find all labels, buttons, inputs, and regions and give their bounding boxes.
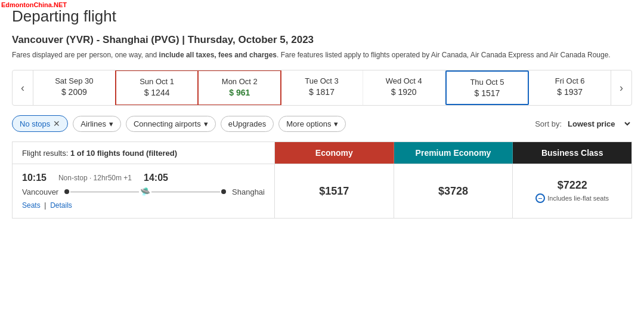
date-label-fri-oct6: Fri Oct 6 xyxy=(532,76,607,85)
date-price-mon-oct2: $ 961 xyxy=(202,88,277,97)
filters-bar: No stops ✕ Airlines ▾ Connecting airport… xyxy=(12,115,632,132)
sort-select[interactable]: Lowest price Departure time Arrival time… xyxy=(565,119,632,129)
date-price-tue-oct3: $ 1817 xyxy=(284,87,359,97)
date-cell-thu-oct5[interactable]: Thu Oct 5$ 1517 xyxy=(445,70,530,105)
details-link[interactable]: Details xyxy=(50,201,72,210)
lie-flat-icon xyxy=(535,193,545,203)
sort-section: Sort by: Lowest price Departure time Arr… xyxy=(535,119,632,129)
date-price-sat-sep30: $ 2009 xyxy=(37,87,112,97)
results-count-cell: Flight results: 1 of 10 flights found (f… xyxy=(13,142,275,164)
filter-airlines[interactable]: Airlines ▾ xyxy=(73,116,121,132)
business-note: Includes lie-flat seats xyxy=(535,193,609,203)
date-label-wed-oct4: Wed Oct 4 xyxy=(367,76,441,85)
date-price-sun-oct1: $ 1244 xyxy=(120,88,194,97)
date-next-button[interactable]: › xyxy=(611,75,631,101)
route-dot-start xyxy=(64,189,69,194)
results-header: Flight results: 1 of 10 flights found (f… xyxy=(12,141,632,164)
fare-notice: Fares displayed are per person, one way,… xyxy=(12,50,632,60)
date-price-fri-oct6: $ 1937 xyxy=(532,87,607,97)
date-cell-sat-sep30[interactable]: Sat Sep 30$ 2009 xyxy=(33,70,116,105)
route-dot-end xyxy=(221,189,226,194)
more-options-label: More options xyxy=(286,119,331,128)
date-label-thu-oct5: Thu Oct 5 xyxy=(450,78,525,87)
date-label-tue-oct3: Tue Oct 3 xyxy=(284,76,359,85)
business-price-cell[interactable]: $7222 Includes lie-flat seats xyxy=(513,164,631,218)
price-cells: $1517 $3728 $7222 Includes lie-flat seat… xyxy=(275,164,631,218)
route-line: 🛸 xyxy=(64,187,226,196)
depart-time: 10:15 xyxy=(22,173,47,183)
destination-city: Shanghai xyxy=(232,187,265,196)
date-cells: Sat Sep 30$ 2009Sun Oct 1$ 1244Mon Oct 2… xyxy=(33,70,611,105)
economy-header[interactable]: Economy xyxy=(275,142,394,164)
date-label-sun-oct1: Sun Oct 1 xyxy=(120,77,194,86)
flight-duration: Non-stop · 12hr50m +1 xyxy=(58,174,132,182)
date-cell-tue-oct3[interactable]: Tue Oct 3$ 1817 xyxy=(281,70,363,105)
connecting-airports-label: Connecting airports xyxy=(134,119,201,128)
date-cell-mon-oct2[interactable]: Mon Oct 2$ 961 xyxy=(197,70,281,106)
premium-price: $3728 xyxy=(438,185,468,198)
date-prev-button[interactable]: ‹ xyxy=(13,75,33,101)
date-cell-sun-oct1[interactable]: Sun Oct 1$ 1244 xyxy=(115,70,199,106)
seats-link[interactable]: Seats xyxy=(22,201,41,210)
date-price-wed-oct4: $ 1920 xyxy=(367,87,441,97)
eupgrades-label: eUpgrades xyxy=(228,119,267,128)
origin-city: Vancouver xyxy=(22,187,58,196)
flight-times: 10:15 Non-stop · 12hr50m +1 14:05 xyxy=(22,173,265,183)
flight-result-row: 10:15 Non-stop · 12hr50m +1 14:05 Vancou… xyxy=(12,164,632,219)
airlines-label: Airlines xyxy=(80,119,106,128)
more-options-chevron: ▾ xyxy=(334,119,338,128)
filter-eupgrades[interactable]: eUpgrades xyxy=(221,116,274,132)
filter-no-stops[interactable]: No stops ✕ xyxy=(12,115,68,132)
page-title: Departing flight xyxy=(12,7,632,26)
watermark: EdmontonChina.NET xyxy=(1,1,67,8)
business-header[interactable]: Business Class xyxy=(513,142,631,164)
flight-route: Vancouver 🛸 Shanghai xyxy=(22,187,265,196)
filter-connecting-airports[interactable]: Connecting airports ▾ xyxy=(126,116,216,132)
economy-price: $1517 xyxy=(319,185,349,198)
no-stops-label: No stops xyxy=(20,119,50,128)
flight-info-cell: 10:15 Non-stop · 12hr50m +1 14:05 Vancou… xyxy=(13,164,275,218)
connecting-airports-chevron: ▾ xyxy=(204,119,208,128)
no-stops-close[interactable]: ✕ xyxy=(53,119,60,128)
sort-label: Sort by: xyxy=(535,119,562,128)
arrive-time: 14:05 xyxy=(144,173,168,183)
route-line-left xyxy=(70,192,139,192)
date-cell-fri-oct6[interactable]: Fri Oct 6$ 1937 xyxy=(529,70,611,105)
economy-price-cell[interactable]: $1517 xyxy=(275,164,394,218)
date-cell-wed-oct4[interactable]: Wed Oct 4$ 1920 xyxy=(363,70,445,105)
date-label-mon-oct2: Mon Oct 2 xyxy=(202,77,277,86)
date-selector: ‹ Sat Sep 30$ 2009Sun Oct 1$ 1244Mon Oct… xyxy=(12,70,632,106)
premium-economy-header[interactable]: Premium Economy xyxy=(394,142,513,164)
results-count-text: Flight results: 1 of 10 flights found (f… xyxy=(22,149,177,158)
wifi-icon: 🛸 xyxy=(140,187,150,196)
flight-links: Seats | Details xyxy=(22,201,265,210)
route-header: Vancouver (YVR) - Shanghai (PVG) | Thurs… xyxy=(12,34,632,46)
premium-price-cell[interactable]: $3728 xyxy=(394,164,513,218)
date-label-sat-sep30: Sat Sep 30 xyxy=(37,76,112,85)
route-line-right xyxy=(151,192,220,192)
date-price-thu-oct5: $ 1517 xyxy=(450,88,525,98)
filter-more-options[interactable]: More options ▾ xyxy=(278,116,346,132)
class-headers: Economy Premium Economy Business Class xyxy=(275,142,631,164)
business-price: $7222 xyxy=(558,179,587,192)
airlines-chevron: ▾ xyxy=(109,119,113,128)
